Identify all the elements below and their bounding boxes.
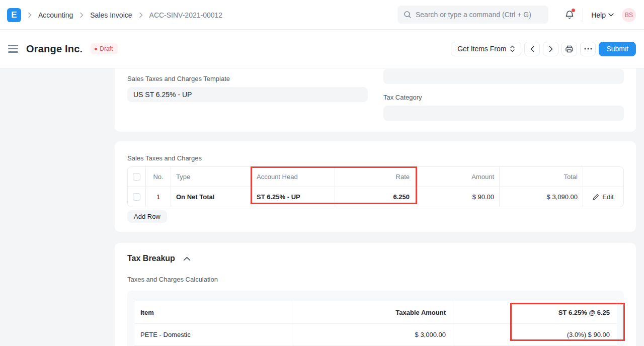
pencil-icon [593, 194, 599, 200]
navbar-divider [583, 8, 583, 22]
menu-button[interactable] [580, 42, 596, 56]
col-header-amount: Amount [418, 167, 500, 187]
next-document-button[interactable] [543, 42, 558, 56]
breadcrumb-document-id: ACC-SINV-2021-00012 [149, 11, 223, 19]
breadcrumb-accounting[interactable]: Accounting [38, 11, 73, 19]
user-avatar[interactable]: BS [622, 8, 636, 22]
add-row-button[interactable]: Add Row [127, 210, 167, 223]
status-label: Draft [100, 45, 113, 52]
status-dot-icon [95, 48, 97, 50]
navbar-actions: Help BS [565, 0, 636, 30]
app-window: E Accounting Sales Invoice ACC-SINV-2021… [0, 0, 644, 346]
col-header-item: Item [134, 301, 292, 323]
search-input[interactable] [416, 11, 542, 19]
col-header-account-head: Account Head [252, 167, 335, 187]
page-header-actions: Get Items From Submit [451, 30, 636, 68]
tax-template-section: Sales Taxes and Charges Template Tax Cat… [115, 68, 636, 132]
get-items-from-label: Get Items From [457, 45, 506, 53]
help-menu[interactable]: Help [591, 11, 614, 19]
grid-header-row: No. Type Account Head Rate Amount Total [128, 167, 623, 187]
sidebar-toggle-icon[interactable] [8, 44, 18, 54]
chevron-up-icon [183, 256, 191, 261]
logo-letter: E [11, 10, 17, 20]
previous-document-button[interactable] [524, 42, 540, 56]
navbar: E Accounting Sales Invoice ACC-SINV-2021… [0, 0, 644, 30]
tax-breakup-title: Tax Breakup [127, 254, 175, 263]
template-field-label: Sales Taxes and Charges Template [127, 75, 230, 82]
status-badge: Draft [91, 43, 118, 54]
taxes-grid-table: No. Type Account Head Rate Amount Total … [127, 166, 624, 207]
row-checkbox[interactable] [133, 193, 140, 201]
page-title: Orange Inc. [26, 43, 83, 55]
tax-breakup-header[interactable]: Tax Breakup [127, 254, 191, 263]
breakup-header-row: Item Taxable Amount ST 6.25% @ 6.25 [134, 301, 617, 323]
chevron-right-icon [28, 12, 32, 18]
col-header-rate: Rate [335, 167, 418, 187]
cell-rate[interactable]: 6.250 [335, 187, 418, 207]
tax-breakup-section: Tax Breakup Taxes and Charges Calculatio… [115, 243, 636, 346]
ellipsis-icon [584, 48, 592, 50]
selector-icon [510, 45, 515, 52]
cell-account-head[interactable]: ST 6.25% - UP [252, 187, 335, 207]
row-edit-button[interactable]: Edit [593, 193, 613, 201]
col-header-tax: ST 6.25% @ 6.25 [453, 301, 617, 323]
chevron-right-icon [139, 12, 143, 18]
chevron-right-icon [549, 46, 553, 52]
page-header: Orange Inc. Draft Get Items From Submit [0, 30, 644, 68]
table-row: PETE - Domestic $ 3,000.00 (3.0%) $ 90.0… [134, 323, 617, 345]
tax-breakup-table: Item Taxable Amount ST 6.25% @ 6.25 PETE… [134, 301, 617, 346]
search-icon [404, 11, 412, 19]
cell-item: PETE - Domestic [134, 324, 292, 345]
page-header-left: Orange Inc. Draft [8, 30, 118, 68]
select-all-checkbox[interactable] [133, 173, 140, 181]
shipping-rule-input[interactable] [383, 69, 624, 84]
col-header-no: No. [146, 167, 171, 187]
avatar-initials: BS [625, 12, 633, 19]
col-header-type: Type [171, 167, 252, 187]
breadcrumb: E Accounting Sales Invoice ACC-SINV-2021… [7, 0, 222, 30]
cell-row-number: 1 [146, 187, 171, 207]
edit-label: Edit [602, 193, 613, 201]
cell-type[interactable]: On Net Total [171, 187, 252, 207]
table-row: 1 On Net Total ST 6.25% - UP 6.250 $ 90.… [128, 187, 623, 207]
app-logo[interactable]: E [7, 8, 21, 22]
cell-amount[interactable]: $ 90.00 [418, 187, 500, 207]
chevron-down-icon [608, 13, 614, 17]
cell-tax-value: (3.0%) $ 90.00 [453, 324, 617, 345]
printer-icon [565, 45, 574, 53]
help-label: Help [591, 11, 606, 19]
tax-breakup-container: Item Taxable Amount ST 6.25% @ 6.25 PETE… [127, 291, 624, 346]
cell-taxable-amount: $ 3,000.00 [292, 324, 453, 345]
tax-category-label: Tax Category [383, 94, 422, 101]
col-header-total: Total [500, 167, 583, 187]
tax-template-input[interactable] [127, 87, 368, 102]
notifications-bell-icon[interactable] [565, 10, 575, 20]
global-search[interactable] [397, 6, 548, 24]
submit-button[interactable]: Submit [599, 42, 636, 56]
chevron-right-icon [79, 12, 84, 18]
breadcrumb-sales-invoice[interactable]: Sales Invoice [90, 11, 132, 19]
print-button[interactable] [561, 42, 577, 56]
col-header-taxable-amount: Taxable Amount [292, 301, 453, 323]
get-items-from-button[interactable]: Get Items From [451, 42, 521, 56]
sales-taxes-section: Sales Taxes and Charges No. Type Account… [115, 141, 636, 232]
cell-total[interactable]: $ 3,090.00 [500, 187, 583, 207]
grid-section-label: Sales Taxes and Charges [127, 154, 202, 162]
tax-breakup-subtitle: Taxes and Charges Calculation [127, 276, 218, 283]
chevron-left-icon [530, 46, 534, 52]
tax-category-input[interactable] [383, 106, 624, 121]
